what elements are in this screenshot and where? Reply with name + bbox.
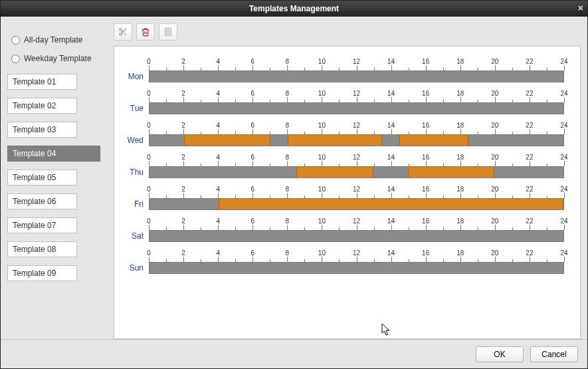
day-row-mon: Mon024681012141618202224 (120, 59, 564, 84)
template-item[interactable]: Template 07 (7, 217, 77, 233)
radio-allday[interactable]: All-day Template (7, 33, 107, 51)
tick-label: 6 (250, 154, 254, 161)
timeline[interactable]: 024681012141618202224 (149, 218, 564, 243)
timeline-track[interactable] (149, 70, 564, 82)
tick-label: 16 (422, 217, 429, 225)
template-item[interactable]: Template 02 (7, 98, 77, 114)
tick-label: 24 (560, 58, 567, 65)
radio-allday-input[interactable] (11, 36, 20, 45)
tick-label: 2 (181, 122, 185, 129)
timeline[interactable]: 024681012141618202224 (149, 59, 564, 84)
tick-label: 22 (526, 154, 533, 161)
tick-label: 20 (491, 58, 498, 65)
tick-label: 8 (286, 122, 290, 129)
timeline-ticks: 024681012141618202224 (149, 122, 564, 134)
close-icon[interactable]: × (578, 1, 583, 17)
tick-label: 2 (181, 185, 185, 193)
clear-button (159, 23, 177, 41)
schedule-segment[interactable] (399, 135, 468, 146)
timeline[interactable]: 024681012141618202224 (149, 250, 564, 275)
templates-management-window: Templates Management × All-day Template … (0, 0, 588, 369)
timeline[interactable]: 024681012141618202224 (149, 122, 564, 148)
radio-weekday[interactable]: Weekday Template (7, 51, 107, 70)
template-item[interactable]: Template 04 (7, 146, 100, 162)
tick-label: 10 (318, 122, 326, 129)
svg-point-1 (120, 33, 122, 36)
tick-label: 6 (250, 217, 254, 225)
titlebar: Templates Management × (1, 1, 587, 17)
tick-label: 20 (491, 249, 498, 257)
tick-label: 12 (353, 58, 360, 65)
tick-label: 10 (318, 58, 326, 65)
schedule-segment[interactable] (219, 199, 563, 209)
day-row-sun: Sun024681012141618202224 (120, 250, 564, 275)
timeline-track[interactable] (149, 102, 564, 114)
schedule-segment[interactable] (408, 167, 494, 178)
tick-label: 18 (456, 154, 464, 161)
template-list: Template 01Template 02Template 03Templat… (7, 74, 107, 281)
tick-label: 18 (456, 185, 464, 193)
template-item[interactable]: Template 03 (7, 122, 77, 138)
tick-label: 24 (560, 217, 567, 225)
timeline-track[interactable] (149, 262, 564, 274)
tick-label: 2 (181, 58, 185, 65)
template-item[interactable]: Template 01 (7, 74, 77, 90)
day-label: Wed (120, 136, 149, 148)
timeline[interactable]: 024681012141618202224 (149, 154, 564, 180)
schedule-segment[interactable] (288, 135, 383, 146)
schedule-segment[interactable] (184, 135, 270, 146)
tick-label: 16 (422, 90, 429, 97)
template-item[interactable]: Template 09 (7, 265, 77, 281)
tick-label: 16 (422, 249, 429, 257)
timeline-ticks: 024681012141618202224 (149, 186, 564, 198)
timeline-ticks: 024681012141618202224 (149, 250, 564, 262)
tick-label: 10 (318, 185, 326, 193)
timeline-track[interactable] (149, 134, 564, 146)
tick-label: 14 (387, 122, 395, 129)
template-item[interactable]: Template 05 (7, 170, 77, 185)
tick-label: 0 (147, 217, 151, 225)
timeline-track[interactable] (149, 198, 564, 210)
timeline-ticks: 024681012141618202224 (149, 218, 564, 230)
toolbar (114, 23, 581, 46)
timeline-ticks: 024681012141618202224 (149, 90, 564, 102)
day-row-sat: Sat024681012141618202224 (120, 218, 564, 243)
cancel-button[interactable]: Cancel (530, 346, 578, 362)
radio-weekday-input[interactable] (11, 55, 20, 63)
day-label: Mon (120, 72, 149, 84)
delete-button[interactable] (136, 23, 155, 41)
day-label: Sun (120, 263, 149, 275)
timeline-ticks: 024681012141618202224 (149, 59, 564, 70)
tick-label: 10 (318, 90, 326, 97)
timeline[interactable]: 024681012141618202224 (149, 186, 564, 211)
tick-label: 20 (491, 154, 498, 161)
tick-label: 18 (456, 217, 464, 225)
tick-label: 12 (353, 249, 360, 257)
template-item[interactable]: Template 06 (7, 193, 77, 209)
tick-label: 8 (286, 90, 290, 97)
tick-label: 14 (387, 185, 395, 193)
tick-label: 18 (456, 90, 464, 97)
tick-label: 2 (181, 217, 185, 225)
tick-label: 4 (216, 122, 220, 129)
timeline-track[interactable] (149, 166, 564, 178)
timeline[interactable]: 024681012141618202224 (149, 90, 564, 116)
tick-label: 10 (318, 217, 326, 225)
tick-label: 14 (387, 249, 395, 257)
tick-label: 10 (318, 249, 326, 257)
tick-label: 22 (526, 58, 533, 65)
tick-label: 8 (286, 154, 290, 161)
schedule-segment[interactable] (296, 167, 374, 178)
tick-label: 24 (560, 122, 567, 129)
tick-label: 20 (491, 122, 498, 129)
day-label: Thu (120, 168, 149, 180)
tick-label: 4 (216, 217, 220, 225)
timeline-track[interactable] (149, 230, 564, 242)
ok-button[interactable]: OK (476, 346, 524, 362)
tick-label: 6 (250, 122, 254, 129)
tick-label: 0 (147, 249, 151, 257)
tick-label: 4 (216, 249, 220, 257)
tick-label: 24 (560, 185, 567, 193)
template-item[interactable]: Template 08 (7, 241, 77, 257)
tick-label: 14 (387, 217, 395, 225)
